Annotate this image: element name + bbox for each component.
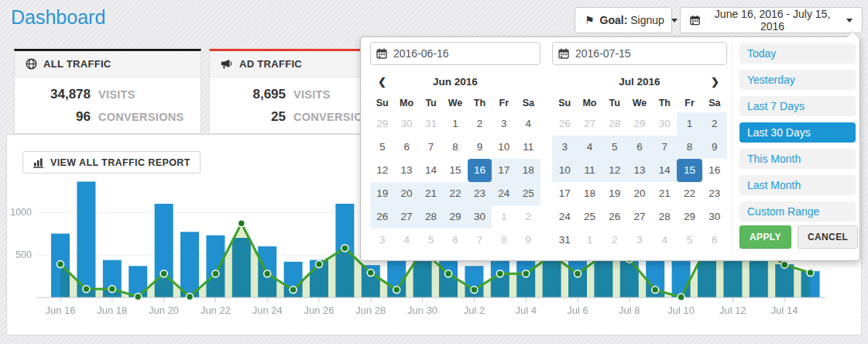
- next-month-icon[interactable]: ❯: [703, 76, 727, 88]
- day-cell[interactable]: 11: [577, 159, 602, 182]
- day-cell-selected[interactable]: 16: [468, 159, 492, 182]
- day-cell[interactable]: 9: [516, 229, 540, 252]
- day-cell[interactable]: 2: [702, 112, 727, 136]
- day-cell[interactable]: 2: [602, 229, 627, 252]
- day-cell[interactable]: 27: [577, 112, 602, 136]
- day-cell[interactable]: 6: [443, 229, 467, 252]
- day-cell[interactable]: 9: [468, 136, 492, 159]
- day-cell[interactable]: 13: [627, 159, 652, 182]
- day-cell[interactable]: 1: [677, 112, 702, 136]
- day-cell[interactable]: 26: [552, 112, 577, 136]
- day-cell[interactable]: 25: [577, 205, 602, 229]
- day-cell[interactable]: 22: [443, 182, 467, 205]
- goal-dropdown-button[interactable]: ⚑ Goal: Signup: [575, 7, 672, 33]
- day-cell[interactable]: 24: [492, 182, 516, 205]
- day-cell[interactable]: 18: [516, 159, 540, 182]
- day-cell[interactable]: 29: [443, 205, 467, 229]
- day-cell[interactable]: 31: [552, 229, 577, 252]
- day-cell[interactable]: 6: [394, 136, 418, 159]
- day-cell[interactable]: 30: [468, 205, 492, 229]
- day-cell[interactable]: 30: [394, 112, 418, 136]
- prev-month-icon[interactable]: ❮: [370, 76, 394, 88]
- day-cell[interactable]: 14: [419, 159, 443, 182]
- day-cell[interactable]: 8: [677, 136, 702, 159]
- day-cell[interactable]: 23: [702, 182, 727, 205]
- day-cell[interactable]: 28: [602, 112, 627, 136]
- day-cell[interactable]: 27: [394, 205, 418, 229]
- day-cell[interactable]: 16: [702, 159, 727, 182]
- day-cell[interactable]: 7: [652, 136, 677, 159]
- day-cell[interactable]: 4: [394, 229, 418, 252]
- day-cell[interactable]: 21: [419, 182, 443, 205]
- day-cell[interactable]: 21: [652, 182, 677, 205]
- day-cell-selected[interactable]: 15: [677, 159, 702, 182]
- range-option-custom-range[interactable]: Custom Range: [739, 201, 856, 222]
- day-cell[interactable]: 28: [419, 205, 443, 229]
- day-cell[interactable]: 5: [677, 229, 702, 252]
- day-cell[interactable]: 10: [492, 136, 516, 159]
- day-cell[interactable]: 9: [702, 136, 727, 159]
- day-cell[interactable]: 28: [652, 205, 677, 229]
- cancel-button[interactable]: CANCEL: [798, 225, 858, 249]
- range-option-yesterday[interactable]: Yesterday: [739, 70, 856, 90]
- range-option-last-7-days[interactable]: Last 7 Days: [739, 96, 856, 116]
- day-cell[interactable]: 30: [652, 112, 677, 136]
- day-cell[interactable]: 3: [627, 229, 652, 252]
- day-cell[interactable]: 12: [370, 159, 394, 182]
- range-option-today[interactable]: Today: [739, 43, 856, 64]
- day-cell[interactable]: 3: [552, 136, 577, 159]
- day-cell[interactable]: 20: [627, 182, 652, 205]
- day-cell[interactable]: 17: [552, 182, 577, 205]
- day-cell[interactable]: 7: [419, 136, 443, 159]
- day-cell[interactable]: 15: [443, 159, 467, 182]
- day-cell[interactable]: 18: [577, 182, 602, 205]
- day-cell[interactable]: 1: [443, 112, 467, 136]
- day-cell[interactable]: 5: [419, 229, 443, 252]
- range-option-last-30-days[interactable]: Last 30 Days: [739, 122, 856, 143]
- day-cell[interactable]: 8: [443, 136, 467, 159]
- day-cell[interactable]: 12: [602, 159, 627, 182]
- day-cell[interactable]: 4: [577, 136, 602, 159]
- range-option-last-month[interactable]: Last Month: [739, 175, 856, 195]
- day-cell[interactable]: 24: [552, 205, 577, 229]
- day-cell[interactable]: 2: [516, 205, 540, 229]
- day-cell[interactable]: 4: [516, 112, 540, 136]
- day-cell[interactable]: 26: [602, 205, 627, 229]
- day-cell[interactable]: 17: [492, 159, 516, 182]
- end-date-input[interactable]: [552, 42, 727, 65]
- view-all-traffic-report-button[interactable]: VIEW ALL TRAFFIC REPORT: [22, 151, 201, 174]
- day-cell[interactable]: 6: [702, 229, 727, 252]
- day-cell[interactable]: 5: [602, 136, 627, 159]
- day-cell[interactable]: 29: [677, 205, 702, 229]
- day-cell[interactable]: 1: [577, 229, 602, 252]
- day-cell[interactable]: 19: [602, 182, 627, 205]
- day-cell[interactable]: 19: [370, 182, 394, 205]
- day-cell[interactable]: 13: [394, 159, 418, 182]
- day-cell[interactable]: 3: [492, 112, 516, 136]
- day-cell[interactable]: 2: [468, 112, 492, 136]
- day-cell[interactable]: 1: [492, 205, 516, 229]
- day-cell[interactable]: 8: [492, 229, 516, 252]
- day-cell[interactable]: 7: [468, 229, 492, 252]
- day-cell[interactable]: 4: [652, 229, 677, 252]
- day-cell[interactable]: 20: [394, 182, 418, 205]
- date-range-button[interactable]: June 16, 2016 - July 15, 2016: [680, 7, 863, 33]
- day-cell[interactable]: 14: [652, 159, 677, 182]
- day-cell[interactable]: 11: [516, 136, 540, 159]
- day-cell[interactable]: 3: [370, 229, 394, 252]
- day-cell[interactable]: 23: [468, 182, 492, 205]
- day-cell[interactable]: 30: [702, 205, 727, 229]
- day-cell[interactable]: 5: [370, 136, 394, 159]
- day-cell[interactable]: 29: [370, 112, 394, 136]
- start-date-input[interactable]: [370, 42, 540, 65]
- range-option-this-month[interactable]: This Month: [739, 149, 856, 169]
- day-cell[interactable]: 22: [677, 182, 702, 205]
- day-cell[interactable]: 25: [516, 182, 540, 205]
- day-cell[interactable]: 27: [627, 205, 652, 229]
- day-cell[interactable]: 29: [627, 112, 652, 136]
- day-cell[interactable]: 10: [552, 159, 577, 182]
- day-cell[interactable]: 31: [419, 112, 443, 136]
- apply-button[interactable]: APPLY: [739, 225, 791, 249]
- day-cell[interactable]: 6: [627, 136, 652, 159]
- day-cell[interactable]: 26: [370, 205, 394, 229]
